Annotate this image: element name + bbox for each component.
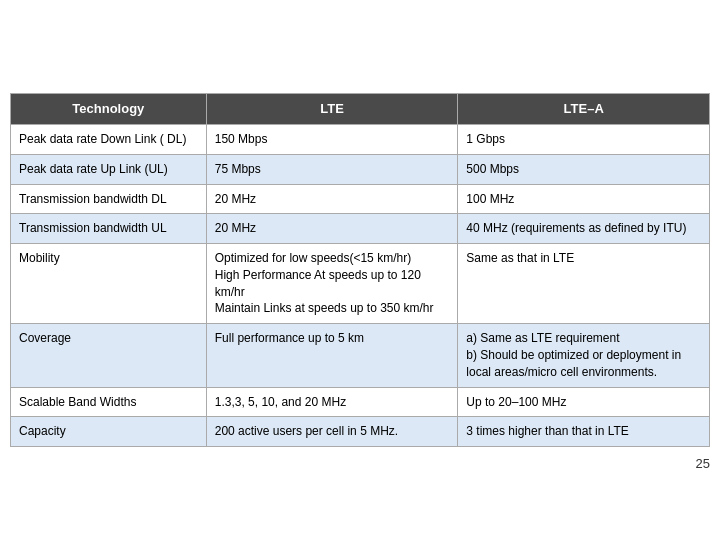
cell-lte: Optimized for low speeds(<15 km/hr)High … bbox=[206, 244, 458, 324]
header-technology: Technology bbox=[11, 93, 207, 124]
cell-ltea: 40 MHz (requirements as defined by ITU) bbox=[458, 214, 710, 244]
cell-ltea: 500 Mbps bbox=[458, 154, 710, 184]
cell-lte: 200 active users per cell in 5 MHz. bbox=[206, 417, 458, 447]
table-row: Scalable Band Widths1.3,3, 5, 10, and 20… bbox=[11, 387, 710, 417]
page-number: 25 bbox=[696, 456, 710, 471]
cell-ltea: 3 times higher than that in LTE bbox=[458, 417, 710, 447]
cell-ltea: Same as that in LTE bbox=[458, 244, 710, 324]
comparison-table: Technology LTE LTE–A Peak data rate Down… bbox=[10, 93, 710, 448]
table-row: Capacity200 active users per cell in 5 M… bbox=[11, 417, 710, 447]
cell-lte: 75 Mbps bbox=[206, 154, 458, 184]
cell-technology: Coverage bbox=[11, 324, 207, 387]
cell-ltea: 100 MHz bbox=[458, 184, 710, 214]
cell-lte: Full performance up to 5 km bbox=[206, 324, 458, 387]
table-row: Transmission bandwidth UL20 MHz40 MHz (r… bbox=[11, 214, 710, 244]
cell-technology: Transmission bandwidth UL bbox=[11, 214, 207, 244]
cell-technology: Peak data rate Up Link (UL) bbox=[11, 154, 207, 184]
cell-ltea: Up to 20–100 MHz bbox=[458, 387, 710, 417]
cell-ltea: a) Same as LTE requirementb) Should be o… bbox=[458, 324, 710, 387]
cell-lte: 1.3,3, 5, 10, and 20 MHz bbox=[206, 387, 458, 417]
table-row: Transmission bandwidth DL20 MHz100 MHz bbox=[11, 184, 710, 214]
cell-ltea: 1 Gbps bbox=[458, 124, 710, 154]
cell-technology: Transmission bandwidth DL bbox=[11, 184, 207, 214]
table-row: Peak data rate Down Link ( DL)150 Mbps1 … bbox=[11, 124, 710, 154]
cell-technology: Scalable Band Widths bbox=[11, 387, 207, 417]
cell-lte: 20 MHz bbox=[206, 184, 458, 214]
header-ltea: LTE–A bbox=[458, 93, 710, 124]
table-row: MobilityOptimized for low speeds(<15 km/… bbox=[11, 244, 710, 324]
cell-technology: Peak data rate Down Link ( DL) bbox=[11, 124, 207, 154]
cell-lte: 20 MHz bbox=[206, 214, 458, 244]
cell-technology: Capacity bbox=[11, 417, 207, 447]
table-row: Peak data rate Up Link (UL)75 Mbps500 Mb… bbox=[11, 154, 710, 184]
header-lte: LTE bbox=[206, 93, 458, 124]
cell-lte: 150 Mbps bbox=[206, 124, 458, 154]
cell-technology: Mobility bbox=[11, 244, 207, 324]
table-row: CoverageFull performance up to 5 kma) Sa… bbox=[11, 324, 710, 387]
